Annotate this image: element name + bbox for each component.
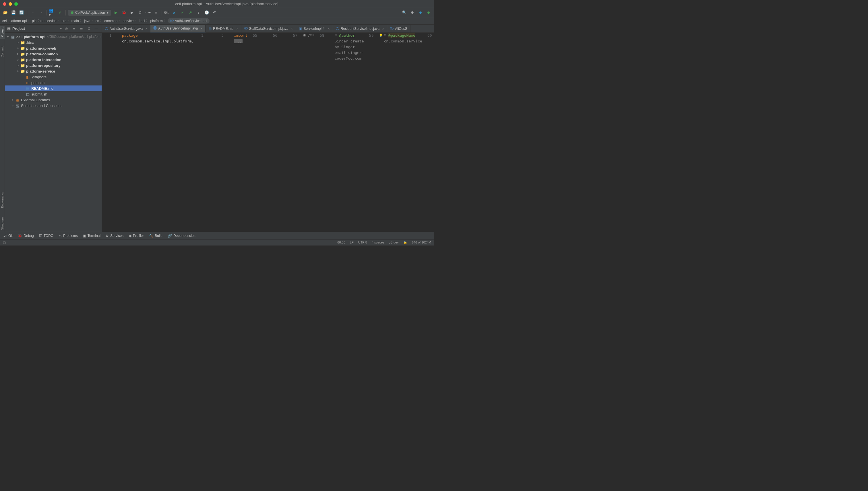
close-tab-icon[interactable]: × [236, 27, 238, 31]
code-line[interactable]: 57⊟/** [288, 33, 314, 38]
profile-button[interactable]: ⏱ [137, 9, 143, 16]
collapse-all-icon[interactable]: ≣ [79, 26, 84, 31]
code-line[interactable]: 3import ... [214, 33, 247, 38]
breadcrumb-item[interactable]: impl [139, 19, 145, 23]
tree-item[interactable]: >▧Scratches and Consoles [5, 103, 102, 108]
stop-button[interactable]: ■ [153, 9, 159, 16]
code-line[interactable]: 59💡 * @packageName cn.common.service [364, 33, 422, 38]
breadcrumb-item[interactable]: main [72, 19, 79, 23]
left-tab-structure[interactable]: Structure [0, 215, 5, 232]
more-run-icon[interactable]: ⋯▾ [145, 9, 151, 16]
editor-tab[interactable]: ⒸResidentServiceImpl.java× [333, 25, 387, 32]
code-editor[interactable]: ▲87 ▲11 ✔7 ⌃ ⌄ 1package cn.common.servic… [102, 33, 434, 232]
lock-icon[interactable]: 🔒 [403, 241, 407, 244]
breadcrumb-item[interactable]: service [123, 19, 133, 23]
git-push-icon[interactable]: ↗ [187, 9, 194, 16]
back-icon[interactable]: ← [30, 9, 36, 16]
git-branch[interactable]: ⎇ dev [389, 241, 399, 244]
tree-item[interactable]: >📁.idea [5, 39, 102, 45]
editor-tab[interactable]: ⒸAliOssS [387, 25, 410, 32]
maximize-window-button[interactable] [15, 2, 18, 6]
breadcrumb-item[interactable]: cn [96, 19, 99, 23]
git-update-icon[interactable]: ↙ [171, 9, 178, 16]
run-button[interactable]: ▶ [113, 9, 119, 16]
hide-panel-icon[interactable]: — [93, 26, 99, 31]
breadcrumb-item[interactable]: java [84, 19, 90, 23]
line-separator[interactable]: LF [350, 241, 354, 244]
git-rollback-icon[interactable]: ↶ [212, 9, 218, 16]
project-tree[interactable]: ▾ ▦ cell-platform-api ~/GitCode/cell-pla… [5, 33, 102, 232]
code-line[interactable]: 56 [268, 33, 288, 38]
tree-item[interactable]: >📁platform-interaction [5, 57, 102, 62]
search-icon[interactable]: 🔍 [401, 9, 408, 16]
bottom-tab-services[interactable]: ⚙Services [106, 234, 124, 238]
tree-item[interactable]: >📁platform-api-web [5, 45, 102, 51]
tree-item[interactable]: >📁platform-repository [5, 62, 102, 68]
indent[interactable]: 4 spaces [372, 241, 384, 244]
tree-item[interactable]: ◧.gitignore [5, 74, 102, 80]
git-history-icon[interactable]: ↕ [195, 9, 202, 16]
breadcrumb-item[interactable]: Ⓒ AuthUserServiceImpl [168, 18, 210, 24]
tree-item[interactable]: >▦External Libraries [5, 97, 102, 103]
encoding[interactable]: UTF-8 [358, 241, 367, 244]
select-opened-icon[interactable]: ⊙ [64, 26, 70, 31]
close-tab-icon[interactable]: × [200, 26, 202, 30]
editor-tab[interactable]: ⒸAuthUserService.java× [102, 25, 151, 32]
settings-icon[interactable]: ⚙ [409, 9, 416, 16]
minimize-window-button[interactable] [9, 2, 12, 6]
plugin2-icon[interactable]: ◆ [425, 9, 432, 16]
left-tab-project[interactable]: Project [0, 26, 5, 39]
plugin-icon[interactable]: ◆ [417, 9, 424, 16]
tree-item[interactable]: mpom.xml [5, 80, 102, 85]
forward-icon[interactable]: → [37, 9, 44, 16]
close-tab-icon[interactable]: × [328, 27, 330, 31]
editor-tab[interactable]: ▤README.md× [206, 25, 241, 32]
memory-indicator[interactable]: 646 of 1024M [412, 241, 431, 244]
gear-icon[interactable]: ⚙ [86, 26, 92, 31]
code-line[interactable]: 60 * @Description: 系统用户信息相关服务方法实现 [422, 33, 434, 38]
close-tab-icon[interactable]: × [291, 27, 293, 31]
bottom-tab-problems[interactable]: ⚠Problems [59, 234, 78, 238]
bottom-tab-profiler[interactable]: ◉Profiler [129, 234, 144, 238]
breadcrumb-item[interactable]: src [62, 19, 66, 23]
bottom-tab-git[interactable]: ⎇Git [3, 234, 12, 238]
code-line[interactable]: 2 [194, 33, 214, 38]
editor-tab[interactable]: ⒸStallDataServiceImpl.java× [241, 25, 296, 32]
tree-item[interactable]: ▤submit.sh [5, 91, 102, 97]
editor-tab[interactable]: ⒸAuthUserServiceImpl.java× [151, 25, 206, 32]
tree-item[interactable]: ▤README.md [5, 85, 102, 91]
tree-root[interactable]: ▾ ▦ cell-platform-api ~/GitCode/cell-pla… [5, 34, 102, 39]
close-window-button[interactable] [3, 2, 6, 6]
coverage-button[interactable]: ▶ [129, 9, 135, 16]
tree-item[interactable]: >📁platform-common [5, 51, 102, 57]
run-configuration-dropdown[interactable]: ⬢ CellWebApplication ▾ [68, 10, 111, 16]
left-tab-bookmarks[interactable]: Bookmarks [0, 191, 5, 210]
code-line[interactable]: 55 [247, 33, 268, 38]
expand-all-icon[interactable]: ≡ [71, 26, 77, 31]
breadcrumb-item[interactable]: platform-service [32, 19, 56, 23]
save-icon[interactable]: 💾 [10, 9, 17, 16]
chevron-down-icon[interactable]: ▾ [60, 26, 62, 31]
git-commit-icon[interactable]: ✓ [180, 9, 186, 16]
breadcrumb-item[interactable]: cell-platform-api [2, 19, 27, 23]
code-line[interactable]: 1package cn.common.service.impl.platform… [102, 33, 194, 38]
bottom-tab-terminal[interactable]: ▣Terminal [83, 234, 101, 238]
caret-position[interactable]: 60:30 [337, 241, 345, 244]
breadcrumb-item[interactable]: platform [150, 19, 162, 23]
sync-icon[interactable]: 🔄 [18, 9, 25, 16]
bottom-tab-dependencies[interactable]: 🔗Dependencies [168, 234, 195, 238]
close-tab-icon[interactable]: × [145, 27, 147, 31]
debug-button[interactable]: 🐞 [121, 9, 127, 16]
open-icon[interactable]: 📂 [2, 9, 9, 16]
breadcrumb-item[interactable]: common [104, 19, 117, 23]
left-tab-commit[interactable]: Commit [0, 45, 5, 59]
user-dropdown-icon[interactable]: 👥▾ [49, 9, 55, 16]
code-line[interactable]: 58 * @author Singer create by Singer ema… [315, 33, 364, 38]
close-tab-icon[interactable]: × [382, 27, 384, 31]
git-clock-icon[interactable]: 🕐 [204, 9, 210, 16]
bottom-tab-debug[interactable]: 🐞Debug [18, 234, 34, 238]
editor-tab[interactable]: ▣ServiceImpl.ftl× [296, 25, 333, 32]
checkmark-icon[interactable]: ✔ [57, 9, 63, 16]
bottom-tab-build[interactable]: 🔨Build [149, 234, 162, 238]
bottom-tab-todo[interactable]: ☑TODO [39, 234, 53, 238]
